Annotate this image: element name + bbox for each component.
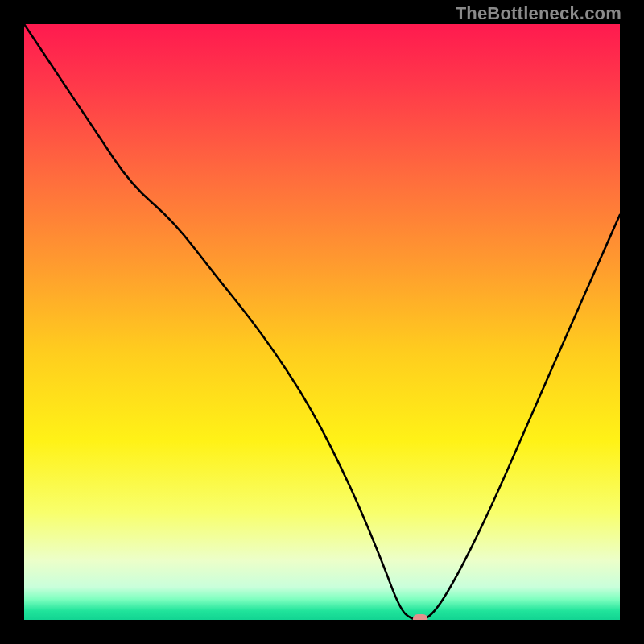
plot-area	[24, 24, 620, 620]
gradient-background	[24, 24, 620, 620]
bottleneck-chart	[24, 24, 620, 620]
optimal-marker	[413, 614, 428, 620]
watermark-text: TheBottleneck.com	[456, 3, 621, 24]
chart-frame: TheBottleneck.com	[0, 0, 644, 644]
